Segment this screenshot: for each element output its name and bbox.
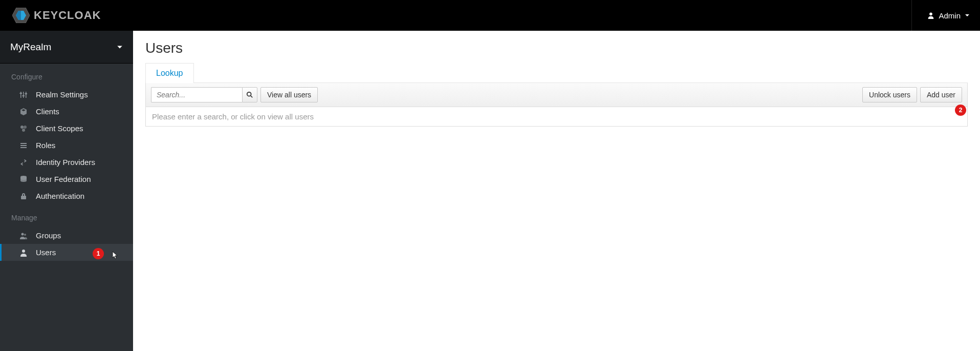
svg-rect-4 bbox=[20, 92, 21, 98]
sidebar: MyRealm Configure Realm Settings Clients… bbox=[0, 31, 133, 351]
group-icon bbox=[19, 232, 28, 240]
svg-rect-13 bbox=[20, 143, 27, 144]
sidebar-item-label: User Federation bbox=[36, 175, 91, 183]
database-icon bbox=[19, 175, 28, 183]
unlock-users-button[interactable]: Unlock users bbox=[862, 87, 917, 102]
scopes-icon bbox=[19, 125, 28, 133]
annotation-badge-1: 1 bbox=[93, 248, 104, 259]
svg-rect-15 bbox=[20, 147, 27, 148]
list-icon bbox=[19, 141, 28, 150]
svg-point-18 bbox=[21, 233, 24, 235]
svg-point-3 bbox=[930, 13, 933, 16]
svg-rect-17 bbox=[21, 196, 26, 199]
user-icon bbox=[927, 12, 934, 19]
svg-rect-9 bbox=[25, 93, 28, 94]
search-group bbox=[151, 87, 257, 102]
sidebar-item-users[interactable]: Users 1 bbox=[0, 244, 133, 261]
sidebar-item-roles[interactable]: Roles bbox=[0, 137, 133, 154]
add-user-button[interactable]: Add user bbox=[920, 87, 962, 102]
admin-dropdown[interactable]: Admin bbox=[927, 11, 970, 20]
lock-icon bbox=[19, 192, 28, 200]
svg-point-20 bbox=[22, 250, 25, 253]
view-all-users-button[interactable]: View all users bbox=[260, 87, 318, 102]
admin-label: Admin bbox=[939, 11, 961, 20]
sidebar-item-label: Authentication bbox=[36, 192, 84, 200]
brand-text: KEYCLOAK bbox=[34, 9, 101, 22]
toolbar: View all users Unlock users Add user bbox=[145, 83, 968, 107]
page-title: Users bbox=[145, 40, 968, 56]
sidebar-item-label: Realm Settings bbox=[36, 90, 88, 99]
keycloak-logo-icon bbox=[12, 8, 30, 23]
tab-lookup[interactable]: Lookup bbox=[145, 63, 194, 83]
sidebar-item-user-federation[interactable]: User Federation bbox=[0, 171, 133, 188]
user-icon bbox=[19, 249, 28, 257]
exchange-icon bbox=[19, 158, 28, 167]
svg-point-19 bbox=[24, 234, 26, 236]
brand-logo[interactable]: KEYCLOAK bbox=[12, 8, 101, 23]
sidebar-item-groups[interactable]: Groups bbox=[0, 227, 133, 244]
tabs: Lookup bbox=[145, 63, 968, 83]
sidebar-item-label: Groups bbox=[36, 231, 61, 240]
topbar-user-area: Admin bbox=[911, 0, 970, 31]
sidebar-item-clients[interactable]: Clients bbox=[0, 103, 133, 120]
sidebar-item-authentication[interactable]: Authentication bbox=[0, 188, 133, 204]
main-content: Users Lookup View all users Unlock users… bbox=[133, 31, 980, 351]
sidebar-item-label: Roles bbox=[36, 141, 55, 150]
realm-selector[interactable]: MyRealm bbox=[0, 31, 133, 64]
sidebar-item-label: Clients bbox=[36, 107, 59, 116]
svg-point-11 bbox=[24, 126, 27, 129]
svg-line-22 bbox=[251, 96, 253, 98]
svg-rect-7 bbox=[20, 93, 23, 94]
sidebar-item-label: Client Scopes bbox=[36, 124, 83, 133]
search-button[interactable] bbox=[242, 87, 257, 102]
svg-point-21 bbox=[247, 92, 251, 96]
annotation-badge-2: 2 bbox=[955, 105, 966, 116]
section-header-manage: Manage bbox=[0, 204, 133, 227]
section-header-configure: Configure bbox=[0, 64, 133, 86]
sidebar-item-label: Identity Providers bbox=[36, 158, 95, 167]
chevron-down-icon bbox=[965, 13, 970, 18]
svg-rect-6 bbox=[26, 92, 27, 98]
svg-rect-14 bbox=[20, 145, 27, 146]
chevron-down-icon bbox=[117, 44, 123, 50]
svg-point-12 bbox=[22, 129, 25, 132]
sidebar-item-identity-providers[interactable]: Identity Providers bbox=[0, 154, 133, 171]
search-icon bbox=[246, 91, 253, 98]
sidebar-item-label: Users bbox=[36, 248, 56, 257]
svg-rect-8 bbox=[23, 95, 25, 96]
svg-point-10 bbox=[20, 126, 24, 129]
cube-icon bbox=[19, 108, 28, 116]
realm-name: MyRealm bbox=[10, 42, 51, 53]
cursor-icon bbox=[111, 251, 118, 262]
svg-rect-5 bbox=[23, 92, 24, 98]
empty-state-message: Please enter a search, or click on view … bbox=[145, 107, 968, 127]
search-input[interactable] bbox=[151, 87, 242, 102]
sliders-icon bbox=[19, 91, 28, 99]
sidebar-item-client-scopes[interactable]: Client Scopes bbox=[0, 120, 133, 137]
sidebar-item-realm-settings[interactable]: Realm Settings bbox=[0, 86, 133, 103]
top-bar: KEYCLOAK Admin bbox=[0, 0, 980, 31]
